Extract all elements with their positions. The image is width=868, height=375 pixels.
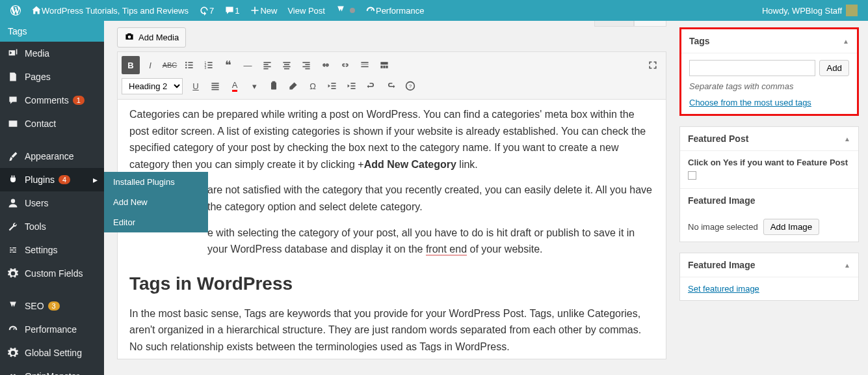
avatar <box>846 5 858 16</box>
wordpress-icon <box>10 5 21 16</box>
camera-icon <box>124 31 135 42</box>
toolbar-redo[interactable] <box>382 77 400 95</box>
toolbar-textcolor-picker[interactable]: ▾ <box>245 77 263 95</box>
seo-badge: 3 <box>48 301 60 311</box>
toolbar-indent[interactable] <box>343 77 361 95</box>
sidebar-item-settings[interactable]: Settings <box>0 238 104 262</box>
wp-logo[interactable] <box>5 0 26 21</box>
toggle-icon[interactable]: ▲ <box>844 262 850 269</box>
toggle-icon[interactable]: ▲ <box>844 135 850 143</box>
site-link[interactable]: WordPress Tutorials, Tips and Reviews <box>26 0 194 21</box>
svg-rect-34 <box>211 83 218 84</box>
sidebar-item-media[interactable]: Media <box>0 42 104 65</box>
plus-icon <box>250 5 260 16</box>
toolbar-paste[interactable] <box>265 77 283 95</box>
toolbar-underline[interactable]: U <box>187 77 205 95</box>
svg-rect-14 <box>207 67 212 68</box>
sidebar-item-seo[interactable]: SEO3 <box>0 294 104 318</box>
toolbar-toggle[interactable] <box>375 56 393 74</box>
sidebar-item-performance[interactable]: Performance <box>0 318 104 341</box>
svg-point-5 <box>185 64 187 66</box>
sidebar-item-tools[interactable]: Tools <box>0 215 104 238</box>
svg-rect-29 <box>361 66 368 68</box>
svg-rect-44 <box>350 85 355 87</box>
tags-input[interactable] <box>689 60 815 76</box>
view-post-link[interactable]: View Post <box>282 0 330 21</box>
add-media-button[interactable]: Add Media <box>117 27 186 48</box>
sidebar-item-appearance[interactable]: Appearance <box>0 145 104 168</box>
submenu-installed-plugins[interactable]: Installed Plugins <box>104 172 208 192</box>
sidebar-top-label[interactable]: Tags <box>0 21 104 42</box>
toolbar-clear[interactable] <box>284 77 302 95</box>
featured-post-checkbox[interactable] <box>688 171 696 180</box>
choose-tags-link[interactable]: Choose from the most used tags <box>689 98 849 107</box>
tab-text[interactable]: Text <box>634 21 666 27</box>
sidebar-item-plugins[interactable]: Plugins4▸ <box>0 168 104 191</box>
svg-rect-23 <box>302 62 309 63</box>
toolbar-quote[interactable]: ❝ <box>219 56 237 74</box>
featured-image-title: Featured Image <box>688 195 755 206</box>
toolbar-link[interactable] <box>317 56 335 74</box>
submenu-editor[interactable]: Editor <box>104 212 208 232</box>
sidebar-item-custom-fields[interactable]: Custom Fields <box>0 262 104 285</box>
svg-rect-30 <box>380 62 388 64</box>
toolbar-more[interactable] <box>356 56 374 74</box>
toolbar-unlink[interactable] <box>336 56 354 74</box>
list-ul-icon <box>184 60 194 70</box>
yoast-link[interactable] <box>330 0 360 21</box>
featured-post-metabox: Featured Post▲ Click on Yes if you want … <box>679 126 859 242</box>
comments-count: 1 <box>235 6 239 16</box>
wrench-icon <box>8 221 18 232</box>
toolbar-specialchar[interactable]: Ω <box>304 77 322 95</box>
gauge-icon <box>8 324 18 335</box>
add-tag-button[interactable]: Add <box>819 60 849 76</box>
tab-visual[interactable]: Visual <box>594 21 634 27</box>
sidebar-item-contact[interactable]: Contact <box>0 112 104 135</box>
toolbar-justify[interactable] <box>206 77 224 95</box>
comments-link[interactable]: 1 <box>219 0 244 21</box>
mail-icon <box>8 118 18 129</box>
toolbar-align-center[interactable] <box>278 56 296 74</box>
heading-tags: Tags in WordPress <box>129 270 654 299</box>
toolbar-fullscreen[interactable] <box>644 56 662 74</box>
editor-tabs: VisualText <box>594 21 666 27</box>
sidebar-item-optinmonster[interactable]: OptinMonster <box>0 365 104 375</box>
toolbar-help[interactable]: ? <box>401 77 419 95</box>
outdent-icon <box>327 81 337 91</box>
toolbar-strike[interactable]: ABC <box>161 56 179 74</box>
toolbar-align-left[interactable] <box>258 56 276 74</box>
new-link[interactable]: New <box>244 0 282 21</box>
updates-link[interactable]: 7 <box>194 0 219 21</box>
toolbar-outdent[interactable] <box>323 77 341 95</box>
add-image-button[interactable]: Add Image <box>763 219 819 235</box>
toolbar-ul[interactable] <box>180 56 198 74</box>
page-icon <box>8 72 18 82</box>
toolbar-undo[interactable] <box>362 77 380 95</box>
svg-rect-31 <box>380 66 382 68</box>
svg-rect-33 <box>386 66 388 68</box>
gear-icon <box>8 348 18 358</box>
yoast-icon <box>335 5 346 16</box>
sidebar-item-pages[interactable]: Pages <box>0 65 104 89</box>
set-featured-image-link[interactable]: Set featured image <box>688 284 850 294</box>
submenu-add-new[interactable]: Add New <box>104 192 208 212</box>
toolbar-hr[interactable]: — <box>239 56 257 74</box>
howdy-link[interactable]: Howdy, WPBlog Staff <box>757 0 863 21</box>
performance-link[interactable]: Performance <box>360 0 429 21</box>
featured-image2-title: Featured Image <box>688 260 755 270</box>
svg-rect-22 <box>284 68 289 70</box>
featured-image-metabox: Featured Image▲ Set featured image <box>679 253 859 301</box>
toolbar-ol[interactable]: 123 <box>200 56 218 74</box>
sidebar-item-global-setting[interactable]: Global Setting <box>0 341 104 365</box>
toolbar-bold[interactable]: B <box>122 56 140 74</box>
sidebar-item-comments[interactable]: Comments1 <box>0 89 104 112</box>
unlink-icon <box>340 60 350 70</box>
sidebar-item-users[interactable]: Users <box>0 191 104 215</box>
toolbar-italic[interactable]: I <box>141 56 159 74</box>
comments-badge: 1 <box>73 96 85 105</box>
link-icon <box>321 60 331 70</box>
toggle-icon[interactable]: ▲ <box>843 38 849 45</box>
format-select[interactable]: Heading 2 <box>122 78 183 94</box>
toolbar-align-right[interactable] <box>297 56 315 74</box>
toolbar-textcolor[interactable]: A <box>226 77 244 95</box>
